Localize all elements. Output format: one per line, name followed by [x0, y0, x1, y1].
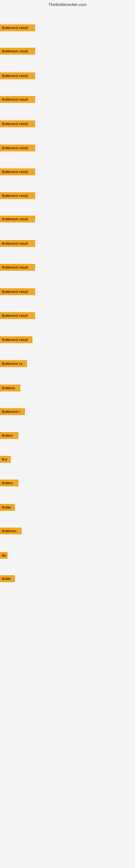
bottleneck-result-item: Bottleneck result	[0, 336, 32, 343]
bottleneck-result-item: Bottleneck result	[0, 120, 35, 127]
bottleneck-result-item: Bo	[0, 552, 8, 559]
bottleneck-result-item: Bottlen	[0, 479, 18, 486]
bottleneck-result-item: Bottleneck re	[0, 360, 27, 367]
bottleneck-result-item: Bottle	[0, 504, 15, 511]
bottleneck-result-item: Bot	[0, 456, 11, 463]
bottleneck-result-item: Bottleneck result	[0, 240, 35, 247]
bottleneck-result-item: Bottleneck result	[0, 288, 35, 295]
bottleneck-result-item: Bottleneck r	[0, 408, 25, 415]
bottleneck-result-item: Bottleneck result	[0, 145, 35, 151]
bottleneck-result-item: Bottlene	[0, 384, 20, 392]
bottleneck-result-item: Bottle	[0, 575, 15, 582]
site-title: TheBottlenecker.com	[0, 0, 135, 9]
bottleneck-result-item: Bottlenec	[0, 528, 21, 534]
bottleneck-result-item: Bottlen	[0, 432, 18, 439]
bottleneck-result-item: Bottleneck result	[0, 48, 35, 55]
bottleneck-result-item: Bottleneck result	[0, 312, 35, 319]
bottleneck-result-item: Bottleneck result	[0, 168, 35, 175]
bottleneck-result-item: Bottleneck result	[0, 216, 35, 222]
bottleneck-result-item: Bottleneck result	[0, 24, 35, 31]
bottleneck-result-item: Bottleneck result	[0, 264, 35, 271]
bottleneck-result-item: Bottleneck result	[0, 192, 35, 199]
bottleneck-result-item: Bottleneck result	[0, 72, 35, 79]
bottleneck-result-item: Bottleneck result	[0, 96, 35, 103]
